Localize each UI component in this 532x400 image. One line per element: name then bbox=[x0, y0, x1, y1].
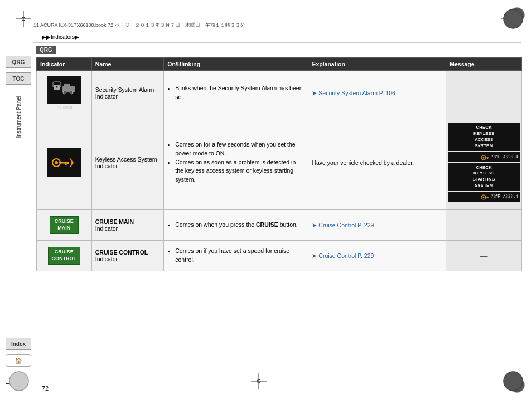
col-header-onblinking: On/Blinking bbox=[164, 58, 308, 71]
keyless-bullet-2: Comes on as soon as a problem is detecte… bbox=[175, 158, 304, 184]
keyless-indicator-svg bbox=[49, 149, 79, 176]
cruise-main-name-bold: CRUISE MAIN bbox=[95, 218, 134, 225]
onblinking-cell-keyless: Comes on for a few seconds when you set … bbox=[164, 115, 308, 210]
svg-point-18 bbox=[63, 91, 66, 94]
file-info-bar: 11 ACURA ILX-31TX66100.book 72 ページ ２０１３年… bbox=[33, 21, 499, 31]
name-cell-security: Security System Alarm Indicator bbox=[91, 71, 164, 115]
onblinking-cell-cruise-main: Comes on when you press the CRUISE butto… bbox=[164, 210, 308, 241]
svg-rect-23 bbox=[59, 162, 68, 164]
svg-point-15 bbox=[56, 86, 58, 88]
explanation-cell-keyless: Have your vehicle checked by a dealer. bbox=[308, 115, 446, 210]
table-row: Indicator Security System Alarm Indicato… bbox=[37, 71, 522, 115]
indicators-table: Indicator Name On/Blinking Explanation M… bbox=[36, 57, 522, 271]
cruise-main-link[interactable]: ➤ Cruise Control P. 229 bbox=[312, 222, 374, 228]
col-header-indicator: Indicator bbox=[37, 58, 92, 71]
breadcrumb: ▶▶Indicators▶ bbox=[42, 33, 79, 40]
table-row: CRUISE CONTROL CRUISE CONTROL Indicator … bbox=[37, 241, 522, 271]
message-cell-cruise-main: — bbox=[446, 210, 522, 241]
svg-rect-28 bbox=[485, 157, 489, 158]
circle-tr bbox=[502, 8, 524, 30]
message-cell-keyless: CHECK KEYLESS ACCESS SYSTEM 73℉ A323.4 bbox=[446, 115, 522, 210]
message-display-2: CHECK KEYLESS STARTING SYSTEM bbox=[448, 163, 520, 191]
main-content: QRG Indicator Name On/Blinking Explanati… bbox=[36, 46, 522, 378]
svg-rect-24 bbox=[65, 162, 67, 165]
cruise-main-bullet-1: Comes on when you press the CRUISE butto… bbox=[175, 221, 304, 230]
svg-rect-17 bbox=[64, 84, 70, 87]
svg-point-27 bbox=[483, 157, 485, 158]
page-number: 72 bbox=[42, 385, 49, 392]
odo-display-1: 73℉ A323.4 bbox=[448, 152, 520, 162]
message-cell-security: — bbox=[446, 71, 522, 115]
indicator-label-security: Indicator bbox=[40, 105, 88, 110]
security-indicator-svg bbox=[49, 77, 79, 102]
sidebar: QRG TOC Instrument Panel bbox=[6, 56, 31, 138]
svg-rect-25 bbox=[67, 162, 69, 164]
keyless-explanation-text: Have your vehicle checked by a dealer. bbox=[312, 159, 414, 166]
message-cell-cruise-control: — bbox=[446, 241, 522, 271]
col-header-explanation: Explanation bbox=[308, 58, 446, 71]
svg-point-9 bbox=[9, 372, 28, 391]
name-cell-cruise-main: CRUISE MAIN Indicator bbox=[91, 210, 164, 241]
svg-point-11 bbox=[504, 9, 523, 28]
name-cell-cruise-control: CRUISE CONTROL Indicator bbox=[91, 241, 164, 271]
divider-line bbox=[33, 42, 521, 43]
indicator-cell-keyless bbox=[37, 115, 92, 210]
index-button[interactable]: Index bbox=[6, 338, 31, 350]
security-name-text: Security System Alarm Indicator bbox=[95, 86, 154, 100]
onblinking-cell-security: Blinks when the Security System Alarm ha… bbox=[164, 71, 308, 115]
svg-rect-29 bbox=[487, 157, 488, 159]
security-indicator-img bbox=[47, 76, 81, 104]
panel-label: Instrument Panel bbox=[16, 96, 22, 138]
circle-bl bbox=[8, 370, 30, 392]
security-explanation-link[interactable]: ➤ Security System Alarm P. 106 bbox=[312, 90, 395, 96]
svg-point-31 bbox=[483, 196, 485, 198]
cruise-main-badge: CRUISE MAIN bbox=[50, 216, 79, 233]
crosshair-tl bbox=[16, 11, 31, 27]
keyless-icon-small-2 bbox=[481, 193, 490, 201]
cruise-control-link[interactable]: ➤ Cruise Control P. 229 bbox=[312, 252, 374, 259]
table-row: Keyless Access System Indicator Comes on… bbox=[37, 115, 522, 210]
odo-display-2: 73℉ A323.4 bbox=[448, 192, 520, 202]
cruise-control-bullet-1: Comes on if you have set a speed for cru… bbox=[175, 247, 304, 265]
keyless-icon-small-1 bbox=[481, 153, 490, 161]
explanation-cell-security: ➤ Security System Alarm P. 106 bbox=[308, 71, 446, 115]
cruise-control-name-sub: Indicator bbox=[95, 256, 118, 262]
keyless-name-text: Keyless Access System Indicator bbox=[95, 156, 157, 169]
explanation-cell-cruise-control: ➤ Cruise Control P. 229 bbox=[308, 241, 446, 271]
col-header-name: Name bbox=[91, 58, 164, 71]
cruise-control-badge: CRUISE CONTROL bbox=[48, 247, 81, 264]
indicator-cell-security: Indicator bbox=[37, 71, 92, 115]
home-button[interactable]: 🏠 bbox=[6, 354, 31, 367]
qrg-button[interactable]: QRG bbox=[6, 56, 31, 68]
col-header-message: Message bbox=[446, 58, 522, 71]
svg-rect-33 bbox=[487, 197, 488, 198]
security-bullet-1: Blinks when the Security System Alarm ha… bbox=[175, 84, 304, 102]
keyless-indicator-img bbox=[47, 148, 81, 177]
indicator-cell-cruise-main: CRUISE MAIN bbox=[37, 210, 92, 241]
svg-rect-32 bbox=[485, 197, 489, 197]
name-cell-keyless: Keyless Access System Indicator bbox=[91, 115, 164, 210]
svg-point-19 bbox=[70, 91, 73, 94]
toc-button[interactable]: TOC bbox=[6, 72, 31, 85]
onblinking-cell-cruise-control: Comes on if you have set a speed for cru… bbox=[164, 241, 308, 271]
indicator-cell-cruise-control: CRUISE CONTROL bbox=[37, 241, 92, 271]
file-info-text: 11 ACURA ILX-31TX66100.book 72 ページ ２０１３年… bbox=[33, 22, 245, 28]
breadcrumb-text: ▶▶Indicators▶ bbox=[42, 34, 79, 40]
cruise-control-name-bold: CRUISE CONTROL bbox=[95, 249, 148, 256]
cruise-main-name-sub: Indicator bbox=[95, 225, 118, 232]
keyless-bullet-1: Comes on for a few seconds when you set … bbox=[175, 140, 304, 158]
qrg-badge: QRG bbox=[36, 46, 56, 54]
home-icon: 🏠 bbox=[15, 358, 22, 364]
message-display-1: CHECK KEYLESS ACCESS SYSTEM bbox=[448, 123, 520, 150]
explanation-cell-cruise-main: ➤ Cruise Control P. 229 bbox=[308, 210, 446, 241]
svg-point-22 bbox=[55, 161, 58, 164]
table-row: CRUISE MAIN CRUISE MAIN Indicator Comes … bbox=[37, 210, 522, 241]
